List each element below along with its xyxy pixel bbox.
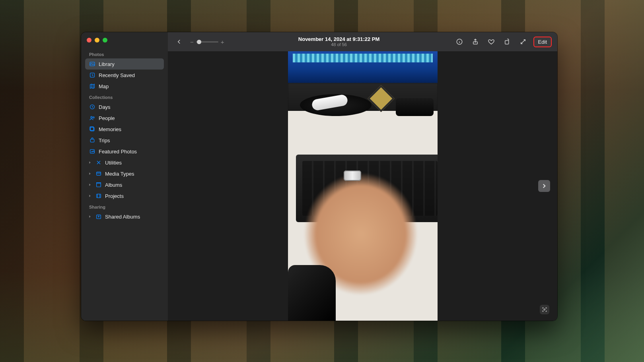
toolbar-actions: Edit	[454, 36, 552, 47]
sidebar-item-shared-albums[interactable]: Shared Albums	[85, 211, 164, 222]
sidebar-item-projects[interactable]: Projects	[85, 190, 164, 201]
photos-app-window: Photos Library Recently Saved Map Collec…	[81, 32, 557, 321]
sidebar-item-trips[interactable]: Trips	[85, 135, 164, 146]
sidebar-item-label: Albums	[105, 182, 160, 188]
next-photo-button[interactable]	[538, 180, 550, 192]
sidebar-section-collections-header: Collections	[85, 92, 164, 101]
sidebar-item-label: Library	[99, 61, 160, 67]
window-controls	[85, 36, 164, 49]
sidebar-section-sharing-header: Sharing	[85, 201, 164, 211]
sidebar-item-label: Days	[99, 104, 160, 110]
sidebar-item-label: Map	[99, 83, 160, 89]
sidebar-item-label: Recently Saved	[99, 72, 160, 78]
sidebar-section-photos-header: Photos	[85, 49, 164, 58]
chevron-right-icon[interactable]	[88, 159, 92, 166]
photo-date-title: November 14, 2024 at 9:31:22 PM	[230, 36, 448, 43]
days-icon	[89, 104, 95, 110]
sidebar-item-label: Featured Photos	[99, 149, 160, 155]
sidebar-item-label: Trips	[99, 137, 160, 143]
sidebar-item-label: Utilities	[105, 160, 160, 166]
svg-point-3	[91, 116, 92, 118]
photo-region-phone	[396, 98, 434, 116]
photo-content	[288, 51, 438, 321]
edit-button[interactable]: Edit	[533, 37, 552, 47]
sidebar-item-days[interactable]: Days	[85, 101, 164, 112]
zoom-thumb[interactable]	[197, 40, 201, 44]
sidebar-item-library[interactable]: Library	[85, 58, 164, 70]
svg-point-4	[93, 117, 94, 118]
map-icon	[89, 83, 95, 89]
sidebar-item-label: Shared Albums	[105, 214, 160, 220]
photo-region-ring	[344, 170, 361, 181]
chevron-right-icon[interactable]	[88, 213, 92, 220]
featured-icon	[89, 148, 95, 155]
svg-rect-9	[97, 172, 101, 175]
people-icon	[89, 115, 95, 121]
sidebar-item-media-types[interactable]: Media Types	[85, 168, 164, 179]
info-button[interactable]	[454, 36, 465, 47]
close-window-button[interactable]	[87, 38, 91, 43]
svg-point-13	[98, 216, 99, 217]
recently-saved-icon	[89, 72, 95, 78]
svg-rect-16	[505, 41, 508, 44]
utilities-icon	[95, 159, 102, 166]
favorite-button[interactable]	[486, 36, 497, 47]
shared-albums-icon	[95, 213, 102, 220]
sidebar: Photos Library Recently Saved Map Collec…	[81, 32, 168, 321]
sidebar-item-label: Projects	[105, 193, 160, 199]
rotate-button[interactable]	[502, 36, 513, 47]
auto-enhance-button[interactable]	[518, 36, 529, 47]
live-text-button[interactable]	[540, 305, 549, 314]
main-pane: − + November 14, 2024 at 9:31:22 PM 48 o…	[168, 32, 557, 321]
library-icon	[89, 61, 95, 67]
sidebar-item-label: People	[99, 115, 160, 121]
sidebar-item-people[interactable]: People	[85, 112, 164, 124]
zoom-track[interactable]	[196, 41, 218, 43]
media-types-icon	[95, 170, 102, 177]
svg-rect-12	[97, 215, 101, 219]
photo-region-watch	[288, 265, 336, 321]
chevron-right-icon[interactable]	[88, 193, 92, 199]
memories-icon	[89, 126, 95, 132]
chevron-right-icon[interactable]	[88, 182, 92, 188]
photo-region-monitor	[288, 51, 438, 83]
svg-rect-11	[97, 194, 101, 197]
svg-rect-7	[90, 139, 94, 142]
photo-viewer[interactable]	[168, 51, 557, 321]
svg-rect-10	[97, 183, 101, 187]
sidebar-item-albums[interactable]: Albums	[85, 179, 164, 190]
minimize-window-button[interactable]	[95, 38, 99, 43]
zoom-slider[interactable]: − +	[190, 39, 224, 45]
sidebar-item-featured-photos[interactable]: Featured Photos	[85, 146, 164, 157]
photo-counter: 48 of 56	[230, 42, 448, 47]
zoom-in-label[interactable]: +	[221, 39, 224, 45]
chevron-right-icon[interactable]	[88, 170, 92, 177]
zoom-window-button[interactable]	[103, 38, 107, 43]
edit-button-label: Edit	[538, 39, 547, 45]
sidebar-item-memories[interactable]: Memories	[85, 124, 164, 135]
back-button[interactable]	[173, 36, 185, 47]
toolbar-title-group: November 14, 2024 at 9:31:22 PM 48 of 56	[230, 36, 448, 48]
share-button[interactable]	[470, 36, 481, 47]
sidebar-item-label: Memories	[99, 126, 160, 132]
albums-icon	[95, 182, 102, 188]
trips-icon	[89, 137, 95, 143]
sidebar-item-recently-saved[interactable]: Recently Saved	[85, 70, 164, 81]
sidebar-item-utilities[interactable]: Utilities	[85, 157, 164, 168]
sidebar-item-map[interactable]: Map	[85, 81, 164, 92]
toolbar: − + November 14, 2024 at 9:31:22 PM 48 o…	[168, 32, 557, 51]
projects-icon	[95, 193, 102, 199]
sidebar-item-label: Media Types	[105, 171, 160, 177]
zoom-out-label[interactable]: −	[190, 39, 194, 45]
